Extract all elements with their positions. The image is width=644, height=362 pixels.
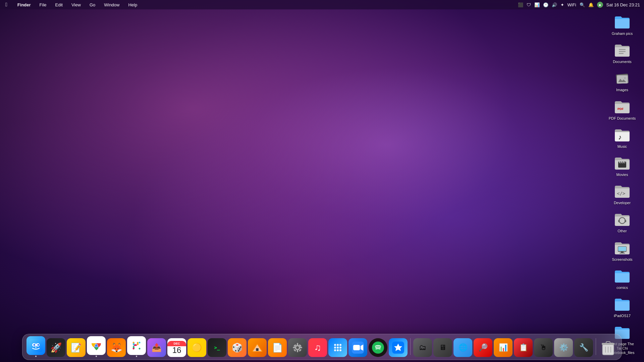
dock-misc2[interactable]: 🖥 — [433, 338, 452, 357]
developer-folder-icon: </> — [613, 182, 631, 200]
dock-misc4[interactable]: 🔎 — [474, 338, 492, 357]
dock-sysprefs[interactable] — [288, 338, 307, 357]
dock-launchpad[interactable]: 🚀 — [47, 338, 65, 357]
graham-pics-label: Graham pics — [612, 32, 633, 36]
music-app-icon: ♫ — [314, 342, 321, 353]
desktop-icon-pdf-documents[interactable]: PDF PDF Documents — [607, 97, 637, 122]
svg-rect-45 — [258, 349, 259, 351]
svg-point-61 — [339, 347, 341, 349]
bluetooth-icon[interactable]: ✦ — [560, 2, 564, 7]
dock-firefox[interactable]: 🦊 — [107, 338, 126, 357]
go-menu[interactable]: Go — [88, 2, 97, 8]
dock-music[interactable]: ♫ — [308, 338, 327, 357]
view-menu[interactable]: View — [70, 2, 82, 8]
desktop-icon-other[interactable]: Other — [607, 209, 637, 235]
dock-slack[interactable] — [127, 336, 146, 357]
desktop-icon-screenshots[interactable]: Screenshots — [607, 238, 637, 263]
finder-menu[interactable]: Finder — [16, 2, 32, 8]
movies-folder-icon — [613, 154, 631, 172]
svg-rect-2 — [619, 53, 624, 54]
svg-rect-17 — [625, 220, 626, 222]
dock-appstore[interactable] — [389, 338, 408, 357]
svg-point-6 — [624, 77, 626, 79]
dock-misc5[interactable]: 📊 — [494, 338, 513, 357]
desktop-icon-comics[interactable]: comics — [607, 266, 637, 291]
music-folder-icon: ♪ — [613, 126, 631, 143]
dock-filezilla[interactable]: 📤 — [147, 338, 166, 357]
svg-rect-5 — [617, 75, 628, 83]
protection-icon[interactable]: 🛡 — [527, 2, 531, 7]
file-menu[interactable]: File — [38, 2, 48, 8]
activity-icon[interactable]: 📊 — [534, 2, 540, 7]
images-label: Images — [616, 88, 628, 92]
volume-icon[interactable]: 🔊 — [552, 2, 557, 7]
finder-face-icon — [29, 339, 43, 352]
help-menu[interactable]: Help — [127, 2, 139, 8]
spotify-icon — [372, 342, 384, 354]
svg-rect-27 — [36, 343, 36, 348]
svg-text:♪: ♪ — [618, 133, 622, 141]
svg-text:</>: </> — [617, 191, 625, 196]
misc7-icon: 🖱 — [540, 343, 547, 352]
zoom-icon — [352, 342, 364, 354]
dock-misc3[interactable]: 🌐 — [453, 338, 472, 357]
svg-text:PDF: PDF — [618, 107, 624, 111]
notification-icon[interactable]: 🔔 — [588, 2, 594, 7]
other-folder-icon — [613, 210, 631, 228]
screen-record-icon[interactable]: ⬛ — [518, 2, 523, 7]
svg-point-63 — [337, 349, 339, 351]
dock-misc6[interactable]: 📋 — [514, 338, 533, 357]
desktop-icon-documents[interactable]: Documents — [607, 40, 637, 65]
desktop-icon-ipados17[interactable]: iPadOS17 — [607, 294, 637, 319]
svg-rect-0 — [619, 49, 626, 50]
screenshots-label: Screenshots — [612, 257, 632, 262]
time-machine-icon[interactable]: 🕐 — [543, 2, 548, 7]
user-icon[interactable]: ● — [597, 2, 603, 8]
window-menu[interactable]: Window — [103, 2, 121, 8]
desktop-icon-movies[interactable]: Movies — [607, 153, 637, 178]
clock[interactable]: Sat 16 Dec 23:21 — [606, 2, 640, 7]
dock-stickies2[interactable]: 🟡 — [187, 338, 206, 357]
svg-point-26 — [38, 344, 39, 346]
finder-active-dot — [35, 356, 37, 357]
dock-launchpad2[interactable] — [328, 338, 347, 357]
misc5-icon: 📊 — [499, 343, 508, 352]
dock-misc9[interactable]: 🔧 — [574, 338, 593, 357]
desktop-icon-graham-pics[interactable]: Graham pics — [607, 12, 637, 37]
dock-calendar[interactable]: DEC 16 — [167, 338, 186, 357]
dock-spotify[interactable] — [369, 338, 387, 357]
dock-trash[interactable] — [599, 338, 618, 357]
dock-pages[interactable]: 📄 — [268, 338, 287, 357]
dock-chrome[interactable] — [87, 336, 106, 357]
dock-misc1[interactable]: 🗂 — [413, 338, 432, 357]
dock-zoom[interactable] — [348, 338, 367, 357]
pdf-documents-label: PDF Documents — [609, 116, 636, 121]
dock-terminal[interactable]: >_ — [208, 338, 226, 357]
misc4-icon: 🔎 — [479, 343, 488, 352]
desktop-icon-developer[interactable]: </> Developer — [607, 181, 637, 206]
dock-vlc[interactable] — [248, 338, 267, 357]
tabletop-icon: 🎲 — [232, 343, 243, 353]
dock-separator-2 — [596, 338, 596, 355]
chrome-active-dot — [96, 356, 97, 357]
search-icon[interactable]: 🔍 — [580, 2, 585, 7]
svg-rect-36 — [137, 342, 139, 345]
sysprefs-icon — [291, 342, 304, 354]
svg-point-31 — [95, 344, 98, 347]
svg-rect-48 — [297, 343, 298, 346]
apple-menu[interactable]:  — [4, 1, 9, 8]
dock-finder[interactable] — [26, 336, 45, 357]
desktop-icon-images[interactable]: Images — [607, 68, 637, 94]
desktop-icon-music[interactable]: ♪ Music — [607, 125, 637, 150]
music-folder-label: Music — [618, 144, 627, 149]
dock-stickies[interactable]: 📝 — [67, 338, 86, 357]
dock-tabletop[interactable]: 🎲 — [228, 338, 247, 357]
svg-rect-21 — [620, 253, 625, 253]
other-label: Other — [618, 229, 627, 233]
dock-misc8[interactable]: ⚙️ — [554, 338, 573, 357]
dock-misc7[interactable]: 🖱 — [534, 338, 553, 357]
wifi-icon[interactable]: WiFi — [568, 2, 576, 7]
comics-label: comics — [616, 286, 628, 290]
misc9-icon: 🔧 — [579, 343, 588, 352]
edit-menu[interactable]: Edit — [54, 2, 64, 8]
